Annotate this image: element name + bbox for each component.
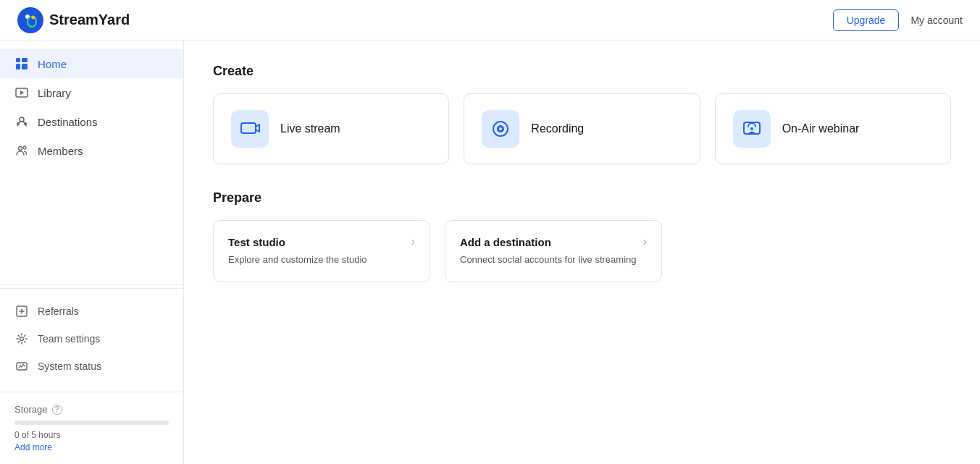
svg-rect-5: [16, 58, 20, 62]
svg-rect-7: [22, 58, 28, 62]
sidebar-home-label: Home: [38, 58, 67, 70]
svg-point-16: [20, 337, 24, 341]
sidebar-item-destinations[interactable]: Destinations: [0, 107, 183, 136]
create-cards: Live stream Recording: [213, 93, 951, 164]
add-destination-card[interactable]: Add a destination › Connect social accou…: [445, 220, 662, 282]
sidebar-bottom: Referrals Team settings: [0, 288, 183, 389]
live-stream-icon: [240, 119, 260, 139]
svg-rect-18: [241, 123, 256, 133]
on-air-webinar-icon: [742, 119, 762, 139]
test-studio-title: Test studio: [228, 236, 285, 248]
sidebar-item-team-settings[interactable]: Team settings: [0, 325, 183, 353]
logo-text: StreamYard: [49, 12, 130, 28]
test-studio-card[interactable]: Test studio › Explore and customize the …: [213, 220, 430, 282]
sidebar-item-home[interactable]: Home: [0, 49, 183, 78]
on-air-webinar-card[interactable]: On-Air webinar: [715, 93, 951, 164]
live-stream-card[interactable]: Live stream: [213, 93, 449, 164]
sidebar-item-referrals[interactable]: Referrals: [0, 298, 183, 325]
svg-point-11: [24, 122, 27, 125]
live-stream-icon-wrap: [231, 110, 269, 148]
storage-label: Storage ?: [14, 404, 169, 415]
main-layout: Home Library: [0, 41, 980, 464]
home-icon: [14, 56, 29, 71]
sidebar-item-members[interactable]: Members: [0, 136, 183, 165]
system-status-icon: [14, 359, 29, 374]
topbar: StreamYard Upgrade My account: [0, 0, 980, 41]
live-stream-label: Live stream: [280, 122, 340, 135]
system-status-label: System status: [38, 360, 101, 372]
svg-rect-8: [22, 64, 28, 69]
members-icon: [14, 143, 29, 158]
svg-point-21: [499, 127, 502, 130]
sidebar-library-label: Library: [38, 87, 71, 99]
svg-rect-6: [16, 64, 20, 69]
team-settings-icon: [14, 332, 29, 346]
storage-section: Storage ? 0 of 5 hours Add more: [0, 395, 183, 464]
upgrade-button[interactable]: Upgrade: [833, 9, 900, 31]
on-air-webinar-label: On-Air webinar: [782, 122, 860, 135]
create-section-title: Create: [213, 64, 951, 79]
topbar-right: Upgrade My account: [833, 9, 963, 31]
recording-icon-wrap: [482, 110, 519, 148]
referrals-icon: [14, 304, 29, 319]
add-destination-desc: Connect social accounts for live streami…: [460, 253, 647, 267]
svg-point-14: [23, 146, 26, 149]
sidebar-divider: [0, 284, 183, 285]
prepare-cards: Test studio › Explore and customize the …: [213, 220, 951, 282]
storage-used-text: 0 of 5 hours: [14, 430, 60, 440]
svg-point-13: [19, 147, 22, 151]
sidebar-nav: Home Library: [0, 41, 183, 282]
logo-icon: [17, 7, 43, 33]
on-air-webinar-icon-wrap: [733, 110, 771, 148]
team-settings-label: Team settings: [38, 333, 100, 345]
svg-point-12: [17, 122, 20, 125]
add-destination-chevron: ›: [643, 235, 647, 248]
storage-help-icon: ?: [52, 405, 62, 415]
sidebar-item-library[interactable]: Library: [0, 78, 183, 107]
add-destination-header: Add a destination ›: [460, 235, 647, 248]
recording-card[interactable]: Recording: [464, 93, 700, 164]
test-studio-desc: Explore and customize the studio: [228, 253, 415, 267]
library-icon: [14, 85, 29, 100]
recording-label: Recording: [531, 122, 584, 135]
add-more-link[interactable]: Add more: [14, 442, 169, 452]
storage-divider: [0, 392, 183, 392]
destinations-icon: [14, 114, 29, 129]
test-studio-header: Test studio ›: [228, 235, 415, 248]
prepare-section-title: Prepare: [213, 190, 951, 206]
test-studio-chevron: ›: [411, 235, 415, 248]
sidebar-item-system-status[interactable]: System status: [0, 353, 183, 380]
sidebar-destinations-label: Destinations: [38, 116, 98, 128]
storage-progress-bar: [14, 421, 169, 425]
svg-point-4: [32, 15, 35, 19]
main-content: Create Live stream: [184, 41, 980, 464]
add-destination-title: Add a destination: [460, 236, 551, 248]
referrals-label: Referrals: [38, 305, 79, 317]
recording-icon: [490, 119, 511, 139]
sidebar: Home Library: [0, 41, 184, 464]
svg-point-23: [750, 127, 753, 130]
svg-point-10: [20, 117, 24, 122]
logo: StreamYard: [17, 7, 130, 33]
sidebar-members-label: Members: [38, 145, 83, 157]
my-account-link[interactable]: My account: [910, 14, 963, 26]
